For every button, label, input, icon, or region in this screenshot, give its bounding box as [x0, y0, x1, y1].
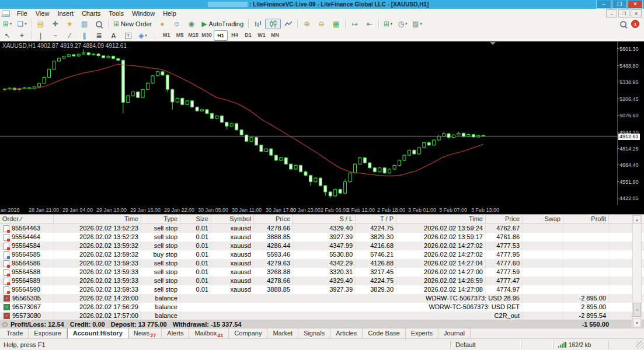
- column-header-sl-close[interactable]: S / L: [293, 215, 356, 223]
- table-row[interactable]: •955653052026.02.02 14:28:00balanceWDRW-…: [0, 294, 644, 303]
- tab-exposure[interactable]: Exposure: [29, 328, 67, 339]
- auto-scroll-button[interactable]: ↦: [347, 19, 362, 29]
- resize-grip[interactable]: [636, 341, 644, 349]
- table-row[interactable]: 955645842026.02.02 13:59:32sell stop0.01…: [0, 242, 644, 250]
- plot-area[interactable]: XAUUSD,H1 4902.87 4919.27 4884.09 4912.6…: [0, 41, 617, 205]
- autotrading-button[interactable]: ▶ AutoTrading: [199, 19, 246, 29]
- templates-button[interactable]: ▧ ▾: [410, 19, 424, 29]
- tab-market[interactable]: Market: [267, 328, 298, 339]
- tab-experts[interactable]: Experts: [406, 328, 438, 339]
- arrows-button[interactable]: ◈ ▾: [135, 30, 150, 41]
- column-header-profit-close[interactable]: Profit: [563, 215, 609, 223]
- column-header-size[interactable]: Size: [180, 215, 211, 223]
- column-header-type[interactable]: Type: [141, 215, 180, 223]
- table-row[interactable]: 955645882026.02.02 13:59:33sell stop0.01…: [0, 268, 644, 276]
- notifications-icon[interactable]: 1: [631, 20, 639, 28]
- column-header-time[interactable]: Time: [54, 215, 141, 223]
- zoom-out-button[interactable]: ⊖: [314, 19, 329, 29]
- column-header-swap-close[interactable]: Swap: [523, 215, 563, 223]
- timeframe-d1[interactable]: D1: [242, 30, 255, 40]
- menu-help[interactable]: Help: [159, 9, 180, 18]
- trendline-button[interactable]: ∕: [62, 30, 77, 41]
- child-minimize-button[interactable]: –: [606, 9, 617, 18]
- timeframe-m15[interactable]: M15: [187, 30, 200, 40]
- tab-journal[interactable]: Journal: [438, 328, 471, 339]
- maximize-button[interactable]: ❒: [612, 1, 627, 9]
- indicators-button[interactable]: ⊞ ▾: [381, 19, 395, 29]
- zoom-in-button[interactable]: ⊕: [300, 19, 314, 29]
- menu-charts[interactable]: Charts: [78, 9, 105, 18]
- navigator-button[interactable]: ★: [62, 19, 77, 29]
- data-window-button[interactable]: ✚: [48, 19, 62, 29]
- child-close-button[interactable]: ✕: [631, 9, 642, 18]
- candlestick-chart-button[interactable]: [265, 19, 281, 29]
- tab-trade[interactable]: Trade: [1, 328, 29, 339]
- timeframe-mn[interactable]: MN: [269, 30, 281, 40]
- tab-mailbox[interactable]: Mailbox41: [189, 328, 229, 339]
- table-row[interactable]: 955645892026.02.02 13:59:33sell stop0.01…: [0, 276, 644, 285]
- column-header-price-close[interactable]: Price: [486, 215, 523, 223]
- market-watch-button[interactable]: ▤: [33, 19, 48, 29]
- minimize-button[interactable]: –: [596, 1, 611, 9]
- crosshair-button[interactable]: +: [15, 30, 29, 41]
- scrollbar-thumb[interactable]: ≡: [633, 303, 641, 317]
- tab-alerts[interactable]: Alerts: [162, 328, 189, 339]
- table-row[interactable]: •955730802026.02.02 17:57:00balanceC2R_o…: [0, 312, 644, 320]
- tile-windows-button[interactable]: ▦: [329, 19, 343, 29]
- profiles-button[interactable]: ❏ ▾: [15, 19, 29, 29]
- bar-chart-button[interactable]: [250, 19, 265, 29]
- table-scrollbar[interactable]: ▲ ≡ ▼: [632, 215, 642, 328]
- timeframe-w1[interactable]: W1: [255, 30, 268, 40]
- scroll-up-icon[interactable]: ▲: [633, 215, 641, 224]
- horizontal-line-button[interactable]: −: [48, 30, 62, 41]
- cursor-button[interactable]: ↖: [0, 30, 15, 41]
- channel-button[interactable]: ∥: [77, 30, 92, 41]
- web-terminal-button[interactable]: ◉: [184, 19, 199, 29]
- tab-signals[interactable]: Signals: [298, 328, 330, 339]
- menu-view[interactable]: View: [32, 9, 54, 18]
- experts-button[interactable]: ☺: [169, 19, 184, 29]
- periods-button[interactable]: ◷ ▾: [395, 19, 410, 29]
- text-button[interactable]: A: [106, 30, 121, 41]
- strategy-tester-button[interactable]: [92, 19, 106, 29]
- tab-company[interactable]: Company: [229, 328, 267, 339]
- chart-shift-button[interactable]: ⇤: [362, 19, 377, 29]
- column-header-price[interactable]: Price: [254, 215, 293, 223]
- menu-tools[interactable]: Tools: [105, 9, 128, 18]
- timeframe-h4[interactable]: H4: [228, 30, 241, 40]
- timeframe-h1[interactable]: H1: [214, 30, 228, 41]
- table-row[interactable]: 955645862026.02.02 13:59:33sell stop0.01…: [0, 259, 644, 268]
- search-icon[interactable]: [620, 21, 626, 27]
- menu-insert[interactable]: Insert: [53, 9, 78, 18]
- timeframe-m5[interactable]: M5: [173, 30, 186, 40]
- status-profile-cell[interactable]: Default: [450, 341, 521, 349]
- table-row[interactable]: 955645902026.02.02 13:59:33sell stop0.01…: [0, 285, 644, 294]
- child-restore-button[interactable]: ❒: [618, 9, 629, 18]
- menu-window[interactable]: Window: [128, 9, 159, 18]
- column-header-order[interactable]: Order ∕: [0, 215, 54, 223]
- tab-articles[interactable]: Articles: [330, 328, 363, 339]
- price-axis[interactable]: 5601.305468.805338.955206.455076.604944.…: [617, 41, 644, 205]
- column-header-symbol[interactable]: Symbol: [211, 215, 254, 223]
- new-order-button[interactable]: ⊞ New Order: [110, 19, 155, 29]
- tab-code-base[interactable]: Code Base: [363, 328, 405, 339]
- text-label-button[interactable]: T: [121, 30, 135, 41]
- column-header-time-close[interactable]: Time: [396, 215, 486, 223]
- chart-shift-marker[interactable]: [490, 42, 496, 45]
- menu-file[interactable]: File: [13, 9, 32, 18]
- scroll-down-icon[interactable]: ▼: [633, 318, 641, 327]
- timeframe-m1[interactable]: M1: [160, 30, 173, 40]
- fibonacci-button[interactable]: ≣: [92, 30, 106, 41]
- column-header-tp-close[interactable]: T / P: [356, 215, 396, 223]
- tab-news[interactable]: News27: [128, 328, 162, 339]
- vertical-line-button[interactable]: |: [33, 30, 48, 41]
- new-chart-button[interactable]: ⊞ ▾: [0, 19, 15, 29]
- line-chart-button[interactable]: [281, 19, 295, 29]
- table-row[interactable]: 955644632026.02.02 13:52:23sell stop0.01…: [0, 224, 644, 233]
- table-row[interactable]: 955644642026.02.02 13:52:23sell stop0.01…: [0, 233, 644, 242]
- close-button[interactable]: ✕: [628, 1, 643, 9]
- timeframe-m30[interactable]: M30: [200, 30, 213, 40]
- time-axis[interactable]: an 202628 Jan 21:0029 Jan 04:0029 Jan 10…: [0, 205, 644, 215]
- table-row[interactable]: 955645852026.02.02 13:59:32buy stop0.01x…: [0, 250, 644, 259]
- terminal-button[interactable]: ▥: [77, 19, 92, 29]
